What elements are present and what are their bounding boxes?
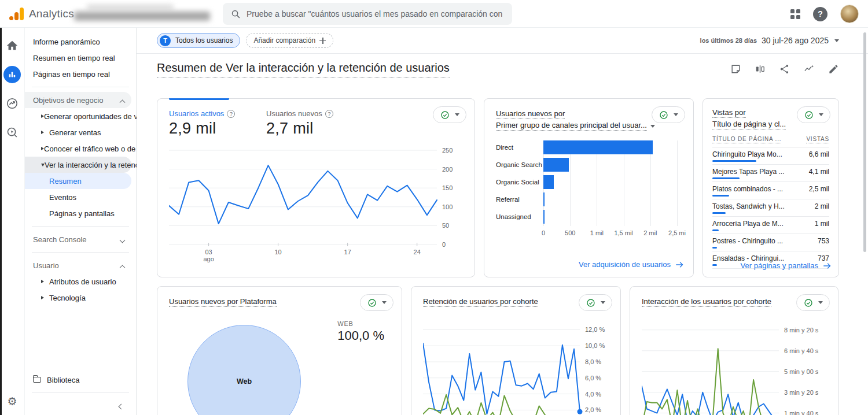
sidebar-item-eventos[interactable]: Eventos (25, 189, 131, 205)
sidebar-collapse-button[interactable] (25, 398, 136, 415)
caret-down-icon (650, 125, 655, 128)
active-users-line-chart: 25020015010050003ago101724 (169, 147, 461, 265)
data-quality-dropdown[interactable] (796, 294, 830, 311)
bar-row: Organic Search (496, 158, 682, 172)
sidebar-item-conocer-trafico[interactable]: Conocer el tráfico web o de a... (25, 140, 131, 157)
chevron-up-icon[interactable] (120, 96, 124, 105)
add-comparison-chip[interactable]: Añadir comparación (246, 33, 333, 48)
axis-tick-label: 500 (565, 229, 575, 236)
view-user-acquisition-link[interactable]: Ver adquisición de usuarios (579, 260, 684, 269)
column-views[interactable]: VISTAS (806, 136, 829, 143)
insights-icon[interactable] (803, 64, 815, 75)
svg-text:150: 150 (442, 184, 453, 191)
svg-text:8 min y 20 s: 8 min y 20 s (784, 327, 819, 334)
apps-grid-icon[interactable] (790, 9, 800, 19)
bar[interactable] (543, 175, 554, 189)
check-circle-icon (586, 298, 595, 307)
info-icon[interactable]: ? (227, 110, 235, 118)
axis-tick-label: 1,5 mil (614, 229, 632, 236)
date-range-picker[interactable]: los últimos 28 días 30 jul-26 ago 2025 (700, 36, 839, 45)
svg-text:6,0 %: 6,0 % (585, 375, 601, 381)
row-bar (712, 247, 717, 249)
column-page-title[interactable]: TÍTULO DE PÁGINA ... (712, 136, 781, 143)
row-label: Arrocería Playa de M... (712, 220, 784, 228)
analytics-logo-icon[interactable] (9, 8, 24, 20)
advertising-icon[interactable] (3, 124, 21, 141)
bar-label: Organic Social (496, 179, 543, 186)
admin-gear-icon[interactable]: ⚙ (7, 395, 17, 408)
bar[interactable] (543, 140, 653, 154)
platform-pie-chart[interactable]: Web (187, 325, 301, 415)
vertical-scrollbar[interactable] (863, 32, 866, 252)
page-title: Resumen de Ver la interacción y la reten… (157, 61, 450, 78)
data-quality-dropdown[interactable] (433, 106, 466, 123)
row-bar (712, 160, 756, 162)
svg-text:6 min y 40 s: 6 min y 40 s (784, 347, 819, 354)
svg-text:250: 250 (442, 147, 453, 154)
search-bar[interactable] (223, 3, 512, 25)
engagement-line-chart: 8 min y 20 s6 min y 40 s5 min y 00 s3 mi… (642, 318, 827, 415)
sidebar-item-atributos-usuario[interactable]: Atributos de usuario (25, 273, 131, 290)
bar-row: Direct (496, 140, 682, 154)
svg-text:0: 0 (442, 241, 446, 248)
sidebar-section-usuario[interactable]: Usuario (25, 257, 131, 273)
sidebar-section-objetivos[interactable]: Objetivos de negocio (25, 92, 131, 108)
arrow-right-icon (823, 262, 832, 269)
bar[interactable] (543, 210, 545, 224)
sidebar-item-ver-interaccion[interactable]: Ver la interacción y la retenci... (25, 157, 131, 173)
dimension-selector[interactable]: Primer grupo de canales principal del us… (496, 121, 655, 129)
info-icon[interactable]: ? (325, 110, 333, 118)
all-users-chip[interactable]: T Todos los usuarios (157, 33, 240, 48)
sidebar-item-informe-panoramico[interactable]: Informe panorámico (25, 34, 131, 50)
bar-row: Unassigned (496, 210, 682, 224)
compare-icon[interactable] (755, 64, 766, 75)
chevron-up-icon[interactable] (120, 261, 124, 270)
search-input[interactable] (247, 9, 504, 18)
data-quality-dropdown[interactable] (652, 106, 685, 123)
sidebar-item-paginas-pantallas[interactable]: Páginas y pantallas (25, 205, 131, 221)
caret-down-icon (818, 301, 823, 304)
caret-down-icon (455, 113, 459, 116)
search-icon (231, 9, 241, 19)
sidebar-section-search-console[interactable]: Search Console (25, 231, 131, 247)
table-row: Chiringuito Playa Mo...6,6 mil (712, 147, 829, 165)
row-bar (712, 195, 729, 197)
help-icon[interactable]: ? (813, 7, 827, 21)
sidebar-item-tecnologia[interactable]: Tecnología (25, 290, 131, 306)
row-label: Chiringuito Playa Mo... (712, 150, 782, 158)
data-quality-dropdown[interactable] (360, 294, 393, 311)
reports-icon[interactable] (3, 66, 21, 83)
avatar[interactable] (840, 5, 859, 23)
caret-down-icon (674, 113, 678, 116)
bar[interactable] (543, 192, 545, 206)
sidebar-item-biblioteca[interactable]: Biblioteca (25, 372, 131, 388)
divider (137, 53, 868, 54)
metric-new-users[interactable]: Usuarios nuevos? 2,7 mil (266, 109, 333, 138)
user-engagement-cohort-card: Interacción de los usuarios por cohorte … (630, 286, 838, 415)
sidebar-item-resumen-active[interactable]: Resumen (25, 173, 131, 189)
metric-active-users[interactable]: Usuarios activos? 2,9 mil (169, 109, 240, 138)
active-users-card: Usuarios activos? 2,9 mil Usuarios nuevo… (157, 98, 475, 277)
explore-icon[interactable] (3, 95, 21, 112)
axis-tick-label: 0 (542, 229, 545, 236)
bar[interactable] (543, 158, 569, 172)
svg-text:100: 100 (442, 203, 453, 210)
sidebar-item-paginas-tiempo-real[interactable]: Páginas en tiempo real (25, 66, 131, 82)
sidebar-item-resumen-tiempo-real[interactable]: Resumen en tiempo real (25, 50, 131, 66)
data-quality-dropdown[interactable] (579, 294, 612, 311)
user-retention-cohort-card: Retención de usuarios por cohorte 12,0 %… (411, 286, 621, 415)
sidebar-item-generar-oportunidades[interactable]: Generar oportunidades de v... (25, 108, 131, 124)
sidebar-item-generar-ventas[interactable]: Generar ventas (25, 124, 131, 140)
dimension-selector[interactable]: Título de página y cl... (712, 120, 786, 129)
edit-pencil-icon[interactable] (828, 64, 839, 75)
property-selector-blurred[interactable] (74, 12, 210, 21)
chevron-down-icon[interactable] (120, 235, 124, 244)
annotation-icon[interactable] (730, 64, 741, 75)
share-icon[interactable] (779, 64, 790, 75)
row-label: Tostas, Sandwich y H... (712, 202, 785, 210)
row-label: Platos combinados - ... (712, 185, 783, 193)
view-pages-screens-link[interactable]: Ver páginas y pantallas (741, 261, 832, 270)
data-quality-dropdown[interactable] (797, 106, 830, 123)
home-icon[interactable] (3, 37, 21, 54)
folder-icon (33, 377, 41, 383)
